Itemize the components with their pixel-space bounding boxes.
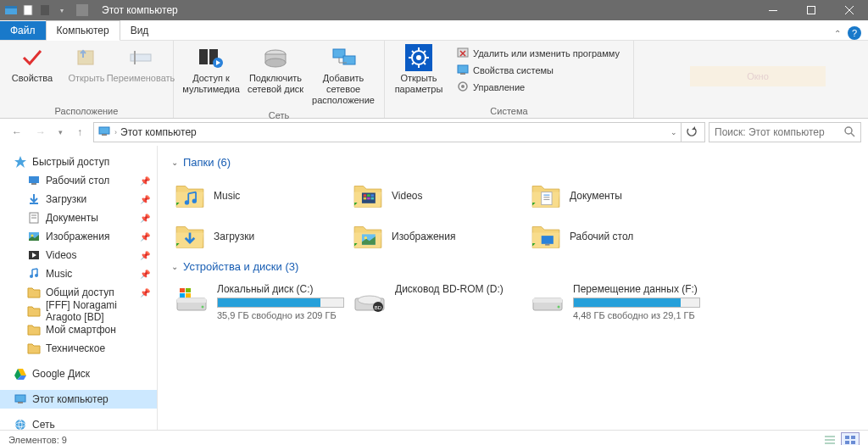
sidebar-thispc[interactable]: Этот компьютер [0, 390, 157, 409]
qat-dropdown-icon[interactable]: ▾ [56, 4, 68, 16]
ribbon-addnet[interactable]: Добавить сетевое расположение [309, 42, 377, 108]
ribbon-media[interactable]: Доступ к мультимедиа [181, 42, 242, 108]
app-icon [5, 4, 17, 16]
folder-icon [27, 174, 41, 187]
svg-rect-8 [134, 51, 136, 64]
gear-icon [405, 44, 432, 71]
folder-item[interactable]: Документы [527, 175, 705, 216]
group-drives-header[interactable]: ⌄Устройства и диски (3) [171, 260, 854, 273]
minimize-button[interactable] [754, 0, 792, 20]
svg-point-35 [845, 127, 852, 134]
svg-rect-58 [364, 197, 367, 200]
ribbon-sysprops[interactable]: Свойства системы [456, 63, 620, 78]
help-icon[interactable]: ? [848, 26, 861, 40]
sidebar-item-label: Мой смартфон [46, 324, 116, 336]
sidebar-item[interactable]: Music📌 [0, 264, 157, 283]
sidebar-item[interactable]: [FFF] Noragami Aragoto [BD] [0, 302, 157, 320]
maximize-button[interactable] [792, 0, 830, 20]
sidebar-item[interactable]: Изображения📌 [0, 227, 157, 246]
svg-rect-72 [180, 288, 185, 292]
drive-icon [531, 283, 565, 317]
ribbon-settings[interactable]: Открыть параметры [392, 42, 446, 104]
ribbon-group-network: Сеть [269, 108, 289, 122]
folder-icon [175, 221, 205, 252]
folder-item[interactable]: Загрузки [171, 216, 349, 257]
titlebar: ▾ Этот компьютер [0, 0, 868, 20]
sidebar-item[interactable]: Загрузки📌 [0, 190, 157, 209]
svg-point-71 [202, 306, 204, 309]
svg-rect-2 [24, 5, 32, 15]
ribbon: Свойства Открыть Переименовать Расположе… [0, 41, 868, 119]
forward-button[interactable]: → [31, 122, 51, 142]
sidebar-network[interactable]: Сеть [0, 415, 157, 430]
address-dropdown-icon[interactable]: ⌄ [670, 128, 677, 136]
drive-item[interactable]: Перемещение данных (F:)4,48 ГБ свободно … [527, 280, 705, 324]
svg-rect-60 [371, 197, 375, 200]
refresh-button[interactable] [681, 123, 701, 142]
svg-rect-5 [807, 7, 815, 14]
ribbon-manage[interactable]: Управление [456, 80, 620, 95]
sidebar-item[interactable]: Мой смартфон [0, 320, 157, 339]
svg-line-27 [412, 63, 414, 64]
sidebar-item[interactable]: Рабочий стол📌 [0, 171, 157, 190]
uninstall-icon [456, 46, 470, 61]
folder-icon [27, 286, 41, 299]
ribbon-properties[interactable]: Свойства [7, 42, 58, 104]
tab-file[interactable]: Файл [0, 21, 46, 40]
ribbon-mapdrive[interactable]: Подключить сетевой диск [245, 42, 306, 108]
content-area: ⌄Папки (6) MusicVideosДокументыЗагрузкиИ… [158, 146, 868, 430]
qat-new-icon[interactable] [39, 4, 51, 16]
sidebar-item[interactable]: Videos📌 [0, 246, 157, 264]
back-button[interactable]: ← [7, 122, 27, 142]
window-title: Этот компьютер [97, 4, 178, 16]
up-button[interactable]: ↑ [70, 122, 90, 142]
sidebar-item-label: Загрузки [46, 193, 86, 205]
view-large-button[interactable] [841, 432, 860, 446]
qat-props-icon[interactable] [22, 4, 34, 16]
svg-rect-29 [458, 65, 468, 73]
sidebar-gdrive[interactable]: Google Диск [0, 364, 157, 383]
folder-item[interactable]: Music [171, 175, 349, 216]
svg-point-14 [265, 58, 286, 67]
group-folders-header[interactable]: ⌄Папки (6) [171, 156, 854, 169]
view-details-button[interactable] [821, 432, 839, 446]
search-box[interactable] [709, 122, 861, 142]
search-input[interactable] [715, 126, 843, 138]
sidebar-quickaccess[interactable]: Быстрый доступ [0, 153, 157, 171]
svg-rect-34 [102, 134, 107, 136]
folder-item[interactable]: Изображения [349, 216, 527, 257]
svg-rect-87 [851, 436, 855, 439]
address-bar[interactable]: › Этот компьютер ⌄ [93, 122, 705, 142]
sidebar-item-label: [FFF] Noragami Aragoto [BD] [46, 299, 150, 323]
breadcrumb[interactable]: Этот компьютер [120, 126, 197, 138]
drive-item[interactable]: Локальный диск (C:)35,9 ГБ свободно из 2… [171, 280, 349, 324]
sidebar-item-label: Техническое [46, 342, 105, 354]
drive-item[interactable]: BDДисковод BD-ROM (D:) [349, 280, 527, 324]
svg-line-25 [424, 63, 426, 64]
chevron-down-icon: ⌄ [171, 262, 178, 271]
sidebar-item[interactable]: Документы📌 [0, 209, 157, 227]
close-button[interactable] [830, 0, 868, 20]
tab-view[interactable]: Вид [120, 21, 159, 40]
svg-point-47 [35, 274, 38, 277]
ribbon-collapse-icon[interactable]: ⌃ [834, 29, 841, 38]
folder-label: Music [214, 190, 240, 202]
folder-item[interactable]: Videos [349, 175, 527, 216]
svg-rect-88 [845, 441, 849, 444]
svg-line-26 [424, 51, 426, 53]
sidebar-item-label: Music [46, 268, 72, 280]
ribbon-uninstall[interactable]: Удалить или изменить программу [456, 46, 620, 61]
tab-computer[interactable]: Компьютер [46, 20, 120, 41]
svg-rect-3 [41, 5, 49, 15]
pin-icon: 📌 [140, 270, 150, 279]
folder-item[interactable]: Рабочий стол [527, 216, 705, 257]
svg-rect-70 [177, 298, 206, 303]
sidebar: Быстрый доступ Рабочий стол📌Загрузки📌Док… [0, 146, 158, 430]
sidebar-item[interactable]: Техническое [0, 339, 157, 358]
search-icon[interactable] [843, 125, 855, 140]
checkmark-icon [19, 44, 46, 71]
svg-rect-73 [186, 288, 191, 292]
drive-capacity-bar [573, 298, 700, 308]
svg-rect-30 [460, 73, 465, 75]
recent-dropdown[interactable]: ▾ [54, 122, 66, 142]
